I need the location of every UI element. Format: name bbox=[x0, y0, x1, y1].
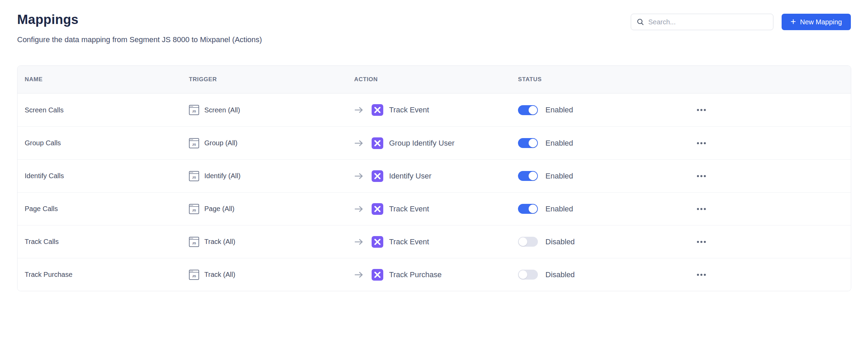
trigger-cell: JS Group (All) bbox=[189, 138, 354, 148]
trigger-label: Group (All) bbox=[204, 139, 238, 147]
row-menu-button[interactable] bbox=[696, 107, 707, 113]
status-toggle[interactable] bbox=[518, 237, 538, 247]
mixpanel-icon bbox=[372, 137, 383, 149]
arrow-right-icon bbox=[354, 271, 364, 279]
action-cell: Identify User bbox=[354, 170, 518, 182]
table-row: Track Calls JS Track (All) bbox=[17, 225, 851, 258]
table-row: Track Purchase JS Track (All) bbox=[17, 258, 851, 291]
name-cell: Identify Calls bbox=[17, 172, 189, 180]
status-label: Enabled bbox=[545, 172, 573, 181]
status-cell: Enabled bbox=[518, 171, 696, 181]
mapping-name: Page Calls bbox=[25, 205, 58, 213]
table-body: Screen Calls JS Screen (All) bbox=[17, 94, 851, 291]
mixpanel-icon bbox=[372, 104, 383, 116]
status-cell: Enabled bbox=[518, 204, 696, 214]
svg-text:JS: JS bbox=[192, 241, 196, 245]
arrow-right-icon bbox=[354, 106, 364, 114]
toggle-knob bbox=[529, 172, 537, 180]
arrow-right-icon bbox=[354, 205, 364, 213]
trigger-label: Screen (All) bbox=[204, 106, 240, 114]
action-cell: Track Purchase bbox=[354, 269, 518, 281]
menu-cell bbox=[696, 272, 851, 278]
svg-text:JS: JS bbox=[192, 274, 196, 278]
name-cell: Track Purchase bbox=[17, 271, 189, 279]
js-source-icon: JS bbox=[189, 270, 199, 280]
status-toggle[interactable] bbox=[518, 270, 538, 280]
table-row: Screen Calls JS Screen (All) bbox=[17, 94, 851, 126]
column-header-action: ACTION bbox=[354, 76, 518, 83]
table-row: Group Calls JS Group (All) bbox=[17, 126, 851, 159]
toggle-knob bbox=[519, 270, 527, 279]
js-source-icon: JS bbox=[189, 138, 199, 148]
status-toggle[interactable] bbox=[518, 105, 538, 115]
mixpanel-icon bbox=[372, 269, 383, 281]
row-menu-button[interactable] bbox=[696, 140, 707, 146]
search-box bbox=[631, 14, 773, 30]
mapping-name: Track Purchase bbox=[25, 271, 72, 279]
js-source-icon: JS bbox=[189, 105, 199, 115]
svg-text:JS: JS bbox=[192, 109, 196, 113]
arrow-right-icon bbox=[354, 139, 364, 147]
status-cell: Enabled bbox=[518, 138, 696, 148]
row-menu-button[interactable] bbox=[696, 272, 707, 278]
action-label: Track Event bbox=[389, 106, 429, 114]
status-label: Disabled bbox=[545, 270, 575, 279]
action-cell: Group Identify User bbox=[354, 137, 518, 149]
status-toggle[interactable] bbox=[518, 204, 538, 214]
arrow-right-icon bbox=[354, 172, 364, 180]
new-mapping-label: New Mapping bbox=[800, 18, 842, 26]
row-menu-button[interactable] bbox=[696, 206, 707, 212]
menu-cell bbox=[696, 140, 851, 146]
trigger-label: Page (All) bbox=[204, 205, 234, 213]
row-menu-button[interactable] bbox=[696, 173, 707, 179]
action-label: Track Event bbox=[389, 237, 429, 246]
trigger-cell: JS Page (All) bbox=[189, 204, 354, 214]
toggle-knob bbox=[519, 237, 527, 246]
status-toggle[interactable] bbox=[518, 171, 538, 181]
trigger-label: Track (All) bbox=[204, 271, 235, 279]
menu-cell bbox=[696, 107, 851, 113]
mappings-table: NAME TRIGGER ACTION STATUS Screen Calls … bbox=[17, 65, 851, 291]
name-cell: Track Calls bbox=[17, 238, 189, 246]
menu-cell bbox=[696, 173, 851, 179]
status-toggle[interactable] bbox=[518, 138, 538, 148]
svg-text:JS: JS bbox=[192, 208, 196, 212]
js-source-icon: JS bbox=[189, 171, 199, 181]
action-label: Group Identify User bbox=[389, 139, 455, 148]
table-header-row: NAME TRIGGER ACTION STATUS bbox=[17, 66, 851, 94]
action-label: Identify User bbox=[389, 172, 432, 181]
action-cell: Track Event bbox=[354, 104, 518, 116]
js-source-icon: JS bbox=[189, 237, 199, 247]
svg-text:JS: JS bbox=[192, 142, 196, 146]
trigger-cell: JS Track (All) bbox=[189, 237, 354, 247]
top-controls: + New Mapping bbox=[631, 14, 851, 30]
column-header-name: NAME bbox=[17, 76, 189, 83]
mappings-page: Mappings Configure the data mapping from… bbox=[0, 0, 868, 344]
search-input[interactable] bbox=[648, 18, 768, 26]
arrow-right-icon bbox=[354, 238, 364, 246]
mapping-name: Track Calls bbox=[25, 238, 59, 246]
menu-cell bbox=[696, 239, 851, 245]
mapping-name: Screen Calls bbox=[25, 106, 63, 114]
plus-icon: + bbox=[791, 17, 796, 26]
action-label: Track Event bbox=[389, 205, 429, 213]
svg-text:JS: JS bbox=[192, 175, 196, 179]
status-label: Enabled bbox=[545, 205, 573, 213]
action-cell: Track Event bbox=[354, 236, 518, 248]
new-mapping-button[interactable]: + New Mapping bbox=[782, 14, 851, 30]
js-source-icon: JS bbox=[189, 204, 199, 214]
row-menu-button[interactable] bbox=[696, 239, 707, 245]
column-header-trigger: TRIGGER bbox=[189, 76, 354, 83]
toggle-knob bbox=[529, 139, 537, 147]
page-subtitle: Configure the data mapping from Segment … bbox=[17, 35, 851, 44]
toggle-knob bbox=[529, 106, 537, 114]
name-cell: Group Calls bbox=[17, 139, 189, 147]
status-label: Enabled bbox=[545, 106, 573, 114]
trigger-label: Identify (All) bbox=[204, 172, 241, 180]
name-cell: Screen Calls bbox=[17, 106, 189, 114]
search-icon bbox=[637, 18, 644, 26]
mixpanel-icon bbox=[372, 236, 383, 248]
name-cell: Page Calls bbox=[17, 205, 189, 213]
status-cell: Disabled bbox=[518, 270, 696, 280]
mixpanel-icon bbox=[372, 203, 383, 215]
